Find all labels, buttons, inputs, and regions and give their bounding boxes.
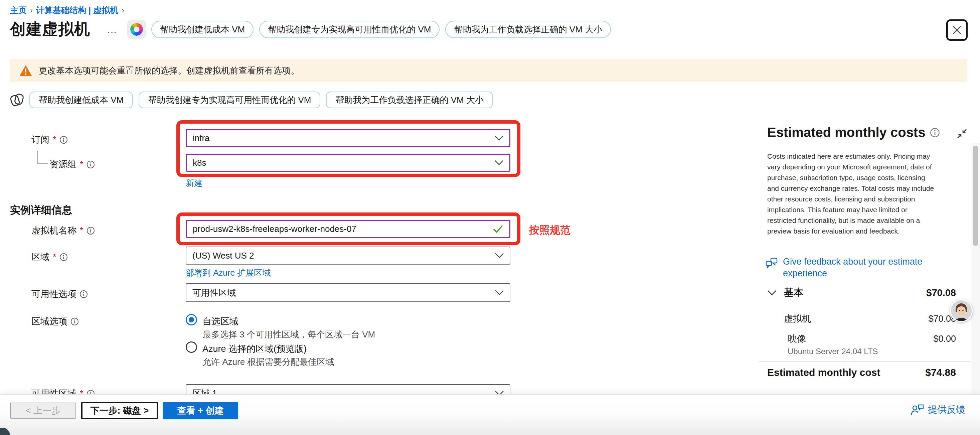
chevron-down-icon	[495, 135, 503, 141]
info-icon[interactable]	[59, 253, 68, 261]
give-feedback-text: 提供反馈	[928, 403, 965, 416]
chevron-down-icon	[495, 290, 504, 295]
copilot-suggestions-inline: 帮助我创建低成本 VM 帮助我创建专为实现高可用性而优化的 VM 帮助我为工作负…	[29, 92, 493, 108]
suggestion-low-cost-vm[interactable]: 帮助我创建低成本 VM	[151, 21, 253, 38]
avatar-image	[951, 300, 972, 321]
estimate-feedback-link[interactable]: Give feedback about your estimate experi…	[765, 256, 933, 279]
suggestion-right-vm-size-2[interactable]: 帮助我为工作负载选择正确的 VM 大小	[326, 92, 493, 108]
subscription-label: 订阅 *	[32, 134, 68, 146]
radio-azure-selected-zones-description: 允许 Azure 根据需要分配最佳区域	[202, 356, 334, 368]
next-step-disks-button[interactable]: 下一步: 磁盘 >	[81, 402, 158, 419]
more-options-icon[interactable]: …	[107, 24, 118, 35]
cost-panel-header: Estimated monthly costs	[767, 125, 940, 140]
close-button[interactable]	[946, 19, 968, 41]
required-asterisk: *	[53, 252, 56, 262]
zone-options-label: 区域选项	[32, 315, 79, 327]
scrollbar-track[interactable]	[971, 143, 980, 394]
resource-group-label: 资源组 *	[49, 158, 95, 170]
cost-group-name: 基本	[784, 286, 803, 300]
warning-icon	[19, 65, 32, 76]
breadcrumb-home[interactable]: 主页	[10, 5, 27, 16]
suggestion-low-cost-vm-2[interactable]: 帮助我创建低成本 VM	[29, 92, 133, 108]
breadcrumb-separator: ›	[30, 6, 33, 15]
cost-group-row[interactable]: 基本 $70.08	[767, 286, 956, 300]
region-label: 区域 *	[32, 251, 68, 263]
suggestion-high-availability-vm[interactable]: 帮助我创建专为实现高可用性而优化的 VM	[259, 21, 439, 38]
person-feedback-icon	[910, 403, 924, 416]
page-title: 创建虚拟机	[10, 19, 90, 40]
info-icon[interactable]	[59, 135, 68, 144]
cost-item-row-vm: 虚拟机 $70.08	[767, 313, 956, 325]
resource-group-dropdown[interactable]: k8s	[186, 154, 511, 172]
info-icon[interactable]	[70, 317, 79, 326]
scrollbar-thumb[interactable]	[973, 146, 978, 246]
cost-item-row-image: 映像 $0.00	[767, 333, 956, 345]
info-icon[interactable]	[930, 127, 940, 138]
cost-item-name: 映像	[788, 333, 806, 345]
radio-self-select-zones-label: 自选区域	[202, 315, 239, 327]
info-icon[interactable]	[86, 226, 95, 235]
copilot-button[interactable]	[127, 20, 146, 39]
radio-self-select-zones-description: 最多选择 3 个可用性区域，每个区域一台 VM	[202, 329, 375, 341]
give-feedback-link[interactable]: 提供反馈	[910, 403, 965, 416]
assistant-avatar[interactable]	[950, 300, 973, 322]
required-asterisk: *	[80, 226, 83, 236]
suggestion-right-vm-size[interactable]: 帮助我为工作负载选择正确的 VM 大小	[445, 21, 611, 38]
cost-item-subtitle: Ubuntu Server 24.04 LTS	[788, 347, 878, 356]
collapse-panel-icon[interactable]	[956, 127, 968, 140]
info-icon[interactable]	[86, 160, 95, 169]
copilot-outline-icon	[9, 92, 25, 108]
breadcrumb-compute-vm[interactable]: 计算基础结构 | 虚拟机	[36, 5, 118, 16]
estimate-feedback-text: Give feedback about your estimate experi…	[783, 256, 933, 279]
annotation-text: 按照规范	[529, 223, 571, 237]
vm-name-label: 虚拟机名称 *	[32, 225, 95, 237]
edge-zone-link[interactable]: 部署到 Azure 扩展区域	[186, 267, 270, 278]
cost-panel-title: Estimated monthly costs	[767, 125, 925, 140]
copilot-suggestions-header: 帮助我创建低成本 VM 帮助我创建专为实现高可用性而优化的 VM 帮助我为工作负…	[151, 21, 611, 38]
region-dropdown[interactable]: (US) West US 2	[186, 247, 511, 265]
close-icon	[952, 25, 962, 35]
required-asterisk: *	[53, 135, 56, 145]
feedback-bubbles-icon	[765, 256, 779, 270]
radio-azure-selected-zones[interactable]	[186, 341, 197, 353]
wizard-footer: < 上一步 下一步: 磁盘 > 查看 + 创建 提供反馈	[0, 394, 980, 435]
suggestion-high-availability-vm-2[interactable]: 帮助我创建专为实现高可用性而优化的 VM	[138, 92, 320, 108]
valid-check-icon	[493, 225, 503, 233]
chevron-down-icon	[767, 290, 776, 296]
info-icon[interactable]	[80, 290, 88, 298]
review-create-button[interactable]: 查看 + 创建	[163, 402, 238, 419]
tree-connector	[37, 163, 48, 164]
cost-panel-description: Costs indicated here are estimates only.…	[767, 151, 936, 237]
cost-total-amount: $74.88	[925, 367, 956, 378]
radio-azure-selected-zones-label: Azure 选择的区域(预览版)	[202, 343, 307, 355]
required-asterisk: *	[80, 159, 83, 170]
vm-name-input[interactable]: prod-usw2-k8s-freeleaps-worker-nodes-07	[186, 220, 511, 238]
chevron-down-icon	[495, 253, 504, 258]
warning-banner-text: 更改基本选项可能会重置所做的选择。创建虚拟机前查看所有选项。	[39, 65, 299, 76]
cost-total-row: Estimated monthly cost $74.88	[767, 367, 956, 378]
instance-details-heading: 实例详细信息	[10, 203, 72, 217]
cost-total-divider	[759, 361, 970, 362]
warning-banner: 更改基本选项可能会重置所做的选择。创建虚拟机前查看所有选项。	[10, 59, 967, 82]
breadcrumb: 主页 › 计算基础结构 | 虚拟机 ›	[10, 5, 124, 16]
cost-total-label: Estimated monthly cost	[767, 367, 880, 378]
radio-self-select-zones[interactable]	[186, 314, 197, 325]
tree-connector	[37, 151, 38, 163]
chevron-down-icon	[495, 160, 503, 166]
breadcrumb-separator: ›	[122, 6, 124, 15]
cost-item-name: 虚拟机	[784, 313, 811, 325]
cost-item-amount: $0.00	[933, 334, 956, 344]
subscription-dropdown[interactable]: infra	[186, 129, 511, 147]
previous-step-button[interactable]: < 上一步	[10, 403, 76, 419]
availability-options-dropdown[interactable]: 可用性区域	[186, 283, 511, 302]
copilot-icon	[129, 22, 145, 37]
availability-options-label: 可用性选项	[32, 288, 88, 300]
create-vm-page: 主页 › 计算基础结构 | 虚拟机 › 创建虚拟机 … 帮助我创建低成本 VM …	[0, 0, 980, 435]
create-new-link[interactable]: 新建	[186, 177, 202, 188]
cost-group-amount: $70.08	[926, 287, 956, 298]
